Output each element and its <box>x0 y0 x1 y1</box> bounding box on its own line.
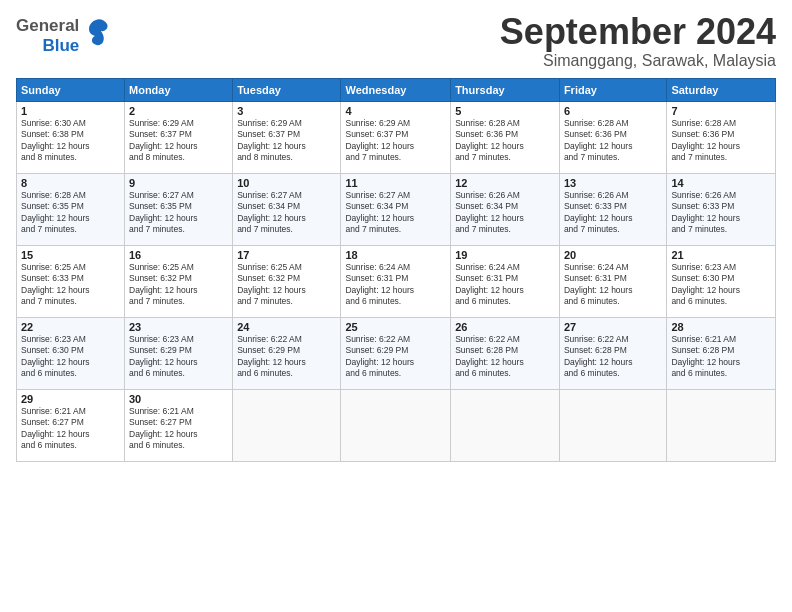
day-info: Sunrise: 6:28 AMSunset: 6:36 PMDaylight:… <box>455 118 555 164</box>
title-block: September 2024 Simanggang, Sarawak, Mala… <box>500 12 776 70</box>
table-row: 4Sunrise: 6:29 AMSunset: 6:37 PMDaylight… <box>341 101 451 173</box>
day-info: Sunrise: 6:22 AMSunset: 6:29 PMDaylight:… <box>237 334 336 380</box>
day-number: 28 <box>671 321 771 333</box>
table-row: 11Sunrise: 6:27 AMSunset: 6:34 PMDayligh… <box>341 173 451 245</box>
location: Simanggang, Sarawak, Malaysia <box>500 52 776 70</box>
day-number: 27 <box>564 321 662 333</box>
day-number: 7 <box>671 105 771 117</box>
table-row <box>667 389 776 461</box>
table-row: 24Sunrise: 6:22 AMSunset: 6:29 PMDayligh… <box>233 317 341 389</box>
day-info: Sunrise: 6:28 AMSunset: 6:36 PMDaylight:… <box>671 118 771 164</box>
day-info: Sunrise: 6:29 AMSunset: 6:37 PMDaylight:… <box>129 118 228 164</box>
day-info: Sunrise: 6:28 AMSunset: 6:36 PMDaylight:… <box>564 118 662 164</box>
day-info: Sunrise: 6:26 AMSunset: 6:34 PMDaylight:… <box>455 190 555 236</box>
day-number: 12 <box>455 177 555 189</box>
table-row: 2Sunrise: 6:29 AMSunset: 6:37 PMDaylight… <box>125 101 233 173</box>
table-row: 16Sunrise: 6:25 AMSunset: 6:32 PMDayligh… <box>125 245 233 317</box>
table-row: 20Sunrise: 6:24 AMSunset: 6:31 PMDayligh… <box>559 245 666 317</box>
logo-blue: Blue <box>42 36 79 56</box>
table-row: 10Sunrise: 6:27 AMSunset: 6:34 PMDayligh… <box>233 173 341 245</box>
col-sunday: Sunday <box>17 78 125 101</box>
month-title: September 2024 <box>500 12 776 52</box>
table-row: 5Sunrise: 6:28 AMSunset: 6:36 PMDaylight… <box>451 101 560 173</box>
day-info: Sunrise: 6:22 AMSunset: 6:28 PMDaylight:… <box>564 334 662 380</box>
day-number: 25 <box>345 321 446 333</box>
day-number: 19 <box>455 249 555 261</box>
table-row: 19Sunrise: 6:24 AMSunset: 6:31 PMDayligh… <box>451 245 560 317</box>
table-row: 26Sunrise: 6:22 AMSunset: 6:28 PMDayligh… <box>451 317 560 389</box>
table-row <box>559 389 666 461</box>
table-row: 13Sunrise: 6:26 AMSunset: 6:33 PMDayligh… <box>559 173 666 245</box>
col-tuesday: Tuesday <box>233 78 341 101</box>
table-row: 12Sunrise: 6:26 AMSunset: 6:34 PMDayligh… <box>451 173 560 245</box>
table-row <box>451 389 560 461</box>
day-info: Sunrise: 6:25 AMSunset: 6:32 PMDaylight:… <box>237 262 336 308</box>
day-info: Sunrise: 6:22 AMSunset: 6:28 PMDaylight:… <box>455 334 555 380</box>
day-info: Sunrise: 6:24 AMSunset: 6:31 PMDaylight:… <box>345 262 446 308</box>
day-info: Sunrise: 6:27 AMSunset: 6:34 PMDaylight:… <box>237 190 336 236</box>
day-number: 30 <box>129 393 228 405</box>
day-number: 18 <box>345 249 446 261</box>
day-info: Sunrise: 6:26 AMSunset: 6:33 PMDaylight:… <box>564 190 662 236</box>
col-monday: Monday <box>125 78 233 101</box>
day-number: 17 <box>237 249 336 261</box>
table-row: 30Sunrise: 6:21 AMSunset: 6:27 PMDayligh… <box>125 389 233 461</box>
day-number: 9 <box>129 177 228 189</box>
day-info: Sunrise: 6:23 AMSunset: 6:30 PMDaylight:… <box>671 262 771 308</box>
calendar-page: General Blue September 2024 Simanggang, … <box>0 0 792 612</box>
day-info: Sunrise: 6:21 AMSunset: 6:27 PMDaylight:… <box>129 406 228 452</box>
day-number: 14 <box>671 177 771 189</box>
day-number: 24 <box>237 321 336 333</box>
logo-general: General <box>16 16 79 36</box>
day-info: Sunrise: 6:29 AMSunset: 6:37 PMDaylight:… <box>237 118 336 164</box>
logo: General Blue <box>16 16 109 55</box>
table-row: 17Sunrise: 6:25 AMSunset: 6:32 PMDayligh… <box>233 245 341 317</box>
table-row <box>233 389 341 461</box>
day-number: 6 <box>564 105 662 117</box>
table-row: 1Sunrise: 6:30 AMSunset: 6:38 PMDaylight… <box>17 101 125 173</box>
table-row: 14Sunrise: 6:26 AMSunset: 6:33 PMDayligh… <box>667 173 776 245</box>
day-info: Sunrise: 6:26 AMSunset: 6:33 PMDaylight:… <box>671 190 771 236</box>
table-row: 29Sunrise: 6:21 AMSunset: 6:27 PMDayligh… <box>17 389 125 461</box>
day-info: Sunrise: 6:23 AMSunset: 6:29 PMDaylight:… <box>129 334 228 380</box>
header: General Blue September 2024 Simanggang, … <box>16 12 776 70</box>
col-friday: Friday <box>559 78 666 101</box>
table-row: 9Sunrise: 6:27 AMSunset: 6:35 PMDaylight… <box>125 173 233 245</box>
table-row: 18Sunrise: 6:24 AMSunset: 6:31 PMDayligh… <box>341 245 451 317</box>
day-number: 1 <box>21 105 120 117</box>
col-saturday: Saturday <box>667 78 776 101</box>
day-number: 26 <box>455 321 555 333</box>
day-info: Sunrise: 6:27 AMSunset: 6:34 PMDaylight:… <box>345 190 446 236</box>
day-info: Sunrise: 6:25 AMSunset: 6:32 PMDaylight:… <box>129 262 228 308</box>
day-info: Sunrise: 6:30 AMSunset: 6:38 PMDaylight:… <box>21 118 120 164</box>
day-number: 4 <box>345 105 446 117</box>
day-info: Sunrise: 6:23 AMSunset: 6:30 PMDaylight:… <box>21 334 120 380</box>
table-row: 15Sunrise: 6:25 AMSunset: 6:33 PMDayligh… <box>17 245 125 317</box>
table-row: 27Sunrise: 6:22 AMSunset: 6:28 PMDayligh… <box>559 317 666 389</box>
day-info: Sunrise: 6:29 AMSunset: 6:37 PMDaylight:… <box>345 118 446 164</box>
day-number: 20 <box>564 249 662 261</box>
calendar-table: Sunday Monday Tuesday Wednesday Thursday… <box>16 78 776 462</box>
table-row: 23Sunrise: 6:23 AMSunset: 6:29 PMDayligh… <box>125 317 233 389</box>
table-row: 7Sunrise: 6:28 AMSunset: 6:36 PMDaylight… <box>667 101 776 173</box>
day-number: 23 <box>129 321 228 333</box>
table-row: 22Sunrise: 6:23 AMSunset: 6:30 PMDayligh… <box>17 317 125 389</box>
logo-bird-icon <box>83 18 109 48</box>
day-info: Sunrise: 6:24 AMSunset: 6:31 PMDaylight:… <box>564 262 662 308</box>
table-row: 25Sunrise: 6:22 AMSunset: 6:29 PMDayligh… <box>341 317 451 389</box>
day-number: 29 <box>21 393 120 405</box>
table-row: 6Sunrise: 6:28 AMSunset: 6:36 PMDaylight… <box>559 101 666 173</box>
day-number: 2 <box>129 105 228 117</box>
table-row <box>341 389 451 461</box>
day-info: Sunrise: 6:21 AMSunset: 6:27 PMDaylight:… <box>21 406 120 452</box>
day-number: 21 <box>671 249 771 261</box>
day-number: 11 <box>345 177 446 189</box>
day-number: 5 <box>455 105 555 117</box>
day-number: 22 <box>21 321 120 333</box>
day-info: Sunrise: 6:25 AMSunset: 6:33 PMDaylight:… <box>21 262 120 308</box>
table-row: 21Sunrise: 6:23 AMSunset: 6:30 PMDayligh… <box>667 245 776 317</box>
day-number: 3 <box>237 105 336 117</box>
col-wednesday: Wednesday <box>341 78 451 101</box>
day-info: Sunrise: 6:21 AMSunset: 6:28 PMDaylight:… <box>671 334 771 380</box>
day-info: Sunrise: 6:28 AMSunset: 6:35 PMDaylight:… <box>21 190 120 236</box>
